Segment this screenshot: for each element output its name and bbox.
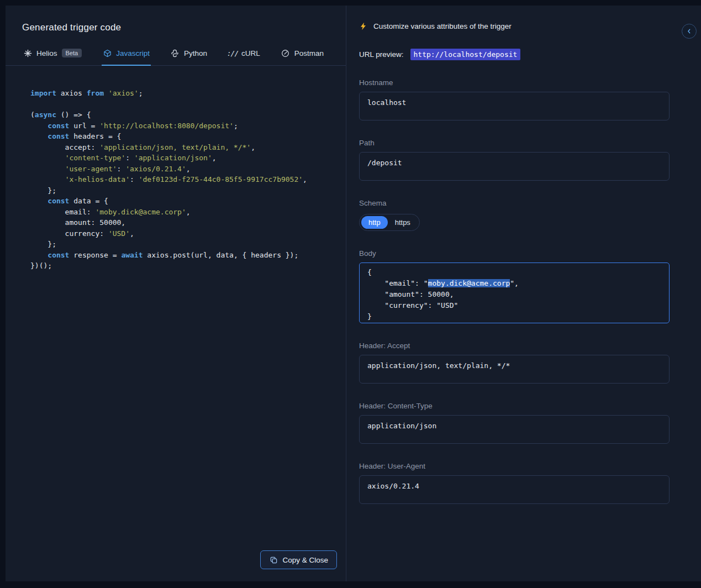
path-input[interactable]: /deposit [359,152,670,181]
header-user-agent-input[interactable]: axios/0.21.4 [359,475,670,504]
page-title: Generated trigger code [22,22,346,33]
postman-icon [281,49,290,57]
tab-label: cURL [241,49,260,57]
panel-header: Customize various attributes of the trig… [359,22,670,30]
copy-icon [269,555,278,564]
url-preview-value: http://localhost/deposit [410,49,521,60]
url-preview: URL preview: http://localhost/deposit [359,49,670,60]
tab-label: Javascript [116,49,150,57]
beta-badge: Beta [62,49,82,57]
header-content-type-label: Header: Content-Type [359,402,670,410]
schema-toggle: http https [359,214,420,231]
header-accept-label: Header: Accept [359,342,670,350]
code-block: import axios from 'axios'; (async () => … [30,88,346,271]
copy-close-button[interactable]: Copy & Close [260,550,337,569]
trigger-code-modal: Generated trigger code Helios Beta Javas… [6,6,701,581]
hostname-label: Hostname [359,78,670,87]
tab-label: Python [184,49,207,57]
tab-label: Helios [36,49,57,57]
python-icon [171,49,180,57]
url-preview-label: URL preview: [359,50,404,59]
tab-postman[interactable]: Postman [280,45,325,66]
lightning-icon [359,22,367,30]
javascript-icon [103,49,112,57]
collapse-panel-button[interactable] [682,24,697,39]
schema-group: Schema http https [359,199,670,231]
header-user-agent-label: Header: User-Agent [359,462,670,470]
curl-icon: :// [228,49,237,57]
hostname-input[interactable]: localhost [359,92,670,120]
body-textarea[interactable]: { "email": "moby.dick@acme.corp", "amoun… [359,262,670,323]
tab-helios[interactable]: Helios Beta [22,45,83,66]
code-language-tabs: Helios Beta Javascript Python [6,45,346,66]
body-label: Body [359,249,670,258]
generated-code-panel: Generated trigger code Helios Beta Javas… [6,6,346,581]
tab-curl[interactable]: :// cURL [227,45,261,66]
header-content-type-input[interactable]: application/json [359,415,670,444]
schema-option-https[interactable]: https [388,216,418,229]
body-text-selected: moby.dick@acme.corp [428,279,510,287]
path-label: Path [359,139,670,147]
body-group: Body { "email": "moby.dick@acme.corp", "… [359,249,670,323]
hostname-group: Hostname localhost [359,78,670,120]
path-group: Path /deposit [359,139,670,181]
header-user-agent-group: Header: User-Agent axios/0.21.4 [359,462,670,504]
trigger-attributes-panel: Customize various attributes of the trig… [346,6,701,581]
header-content-type-group: Header: Content-Type application/json [359,402,670,444]
tab-label: Postman [294,49,324,57]
panel-header-text: Customize various attributes of the trig… [373,22,512,30]
copy-close-label: Copy & Close [282,556,328,564]
header-accept-group: Header: Accept application/json, text/pl… [359,342,670,384]
tab-javascript[interactable]: Javascript [102,45,151,66]
body-text-before: { "email": " [367,268,428,287]
header-accept-input[interactable]: application/json, text/plain, */* [359,355,670,384]
tab-python[interactable]: Python [170,45,208,66]
schema-option-http[interactable]: http [361,216,388,229]
helios-icon [23,49,32,57]
schema-label: Schema [359,199,670,207]
